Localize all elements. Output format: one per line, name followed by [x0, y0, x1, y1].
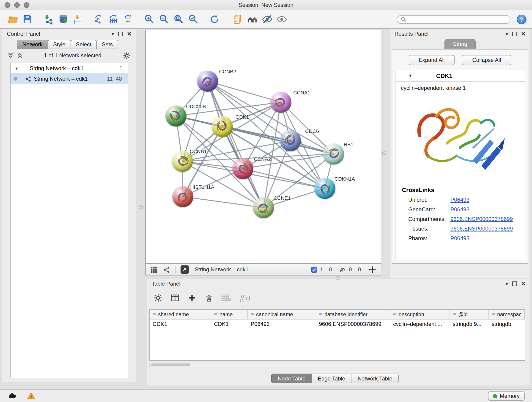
memory-button[interactable]: Memory	[488, 391, 525, 401]
network-node-cdc25b[interactable]	[165, 105, 186, 127]
tab-network[interactable]: Network	[17, 40, 48, 49]
close-panel-icon[interactable]: ✕	[521, 31, 526, 37]
network-node-ccnb2[interactable]	[197, 70, 218, 92]
table-cell[interactable]: CDK1	[150, 321, 211, 327]
crosslink-value[interactable]: P06493	[450, 206, 469, 213]
table-cell[interactable]: stringdb	[489, 321, 525, 327]
new-network-from-table-button[interactable]	[106, 12, 121, 27]
network-node-ccna2[interactable]	[232, 158, 253, 179]
crosslink-value[interactable]: P06493	[450, 197, 469, 203]
selected-checkbox-icon[interactable]	[311, 267, 317, 273]
crosslink-value[interactable]: 9606.ENSP00000378699	[450, 216, 513, 222]
zoom-in-button[interactable]	[142, 12, 157, 27]
gear-icon[interactable]	[153, 293, 163, 303]
show-all-panels-button[interactable]	[245, 12, 260, 27]
zoom-selected-button[interactable]	[186, 12, 201, 27]
tab-sets[interactable]: Sets	[96, 40, 118, 49]
gear-icon[interactable]	[123, 51, 131, 59]
warning-button[interactable]	[27, 391, 36, 400]
expand-all-button[interactable]: Expand All	[409, 55, 455, 65]
show-panel-button[interactable]	[274, 12, 289, 27]
collapse-caret-icon[interactable]: ▼	[408, 73, 412, 78]
panel-menu-icon[interactable]: ▾	[112, 32, 114, 36]
table-cell[interactable]: stringdb:9...	[450, 321, 489, 327]
table-cell[interactable]: 9606.ENSP00000378699	[316, 321, 390, 327]
table-row[interactable]: CDK1CDK1P064939606.ENSP00000378699cyclin…	[150, 319, 525, 328]
table-horizontal-scrollbar[interactable]	[149, 363, 525, 367]
close-panel-icon[interactable]: ✕	[127, 31, 132, 37]
save-session-button[interactable]	[20, 12, 35, 27]
float-panel-icon[interactable]	[118, 32, 123, 36]
column-header-database-identifier[interactable]: database identifier	[316, 310, 390, 319]
float-panel-icon[interactable]	[512, 32, 517, 36]
search-box[interactable]	[397, 15, 510, 24]
new-network-from-selection-button[interactable]	[92, 12, 106, 27]
column-header-description[interactable]: description	[390, 310, 450, 319]
import-network-file-button[interactable]	[41, 12, 56, 27]
network-node-ccna1[interactable]	[270, 92, 291, 113]
open-session-button[interactable]	[6, 12, 20, 27]
tab-network-table[interactable]: Network Table	[351, 374, 399, 383]
close-panel-icon[interactable]: ✕	[521, 281, 526, 287]
network-share-icon[interactable]	[163, 266, 170, 273]
tab-edge-table[interactable]: Edge Table	[311, 374, 352, 383]
collapse-all-icon[interactable]	[8, 52, 13, 59]
scrollbar-thumb[interactable]	[151, 364, 190, 366]
network-collection-row[interactable]: ▼ String Network – cdk1 1	[11, 63, 128, 73]
crosslink-value[interactable]: 9606.ENSP00000378699	[450, 225, 513, 232]
tab-style[interactable]: Style	[48, 40, 71, 49]
network-node-cdkn1a[interactable]	[314, 178, 336, 199]
table-cell[interactable]: cyclin–dependent ...	[390, 321, 450, 327]
tab-string[interactable]: String	[445, 39, 476, 49]
float-panel-icon[interactable]	[512, 281, 517, 286]
import-table-button[interactable]	[70, 12, 85, 27]
tree-expand-icon[interactable]: ▼	[15, 66, 20, 70]
table-cell[interactable]: P06493	[248, 321, 316, 327]
pan-crosshair-icon[interactable]	[368, 266, 376, 274]
hide-panel-button[interactable]	[260, 12, 274, 27]
open-in-new-window-button[interactable]	[181, 265, 189, 274]
delete-icon[interactable]	[204, 293, 214, 303]
columns-icon[interactable]	[171, 293, 180, 303]
duplicate-network-button[interactable]	[230, 12, 245, 27]
column-header-name[interactable]: name	[211, 310, 248, 319]
search-input[interactable]	[409, 16, 507, 22]
column-header-namespac[interactable]: namespac	[489, 310, 525, 319]
tab-select[interactable]: Select	[70, 40, 97, 49]
column-header-shared-name[interactable]: shared name	[150, 310, 211, 319]
table-cell[interactable]: CDK1	[211, 321, 248, 327]
crosslink-value[interactable]: P06493	[450, 235, 469, 242]
network-node-ccne1[interactable]	[253, 197, 274, 218]
network-canvas[interactable]: CCNB2CCNA1CDC25BCDK1CDC6RB1CCNB1CCNA2CDK…	[145, 30, 381, 264]
expand-all-icon[interactable]	[17, 52, 22, 59]
column-header-id[interactable]: @id	[450, 310, 489, 319]
splitter-handle[interactable]	[139, 205, 143, 210]
network-row-selected[interactable]: String Network – cdk1 11 48	[11, 73, 128, 84]
column-header-canonical-name[interactable]: canonical name	[248, 310, 316, 319]
export-network-image-button[interactable]	[121, 12, 136, 27]
panel-menu-icon[interactable]: ▾	[506, 281, 508, 286]
splitter-handle[interactable]	[382, 151, 386, 155]
help-button[interactable]: ?	[517, 14, 526, 24]
network-node-cdk1[interactable]	[212, 116, 233, 137]
birdseye-grid-icon[interactable]	[150, 266, 157, 273]
minimize-window-button[interactable]	[14, 2, 20, 8]
close-window-button[interactable]	[5, 2, 10, 8]
zoom-fit-button[interactable]	[171, 12, 186, 27]
gene-card-header[interactable]: ▼ CDK1	[395, 70, 525, 82]
splitter-handle[interactable]	[336, 276, 340, 280]
function-builder-button[interactable]: f(x)	[240, 294, 250, 302]
tab-node-table[interactable]: Node Table	[271, 374, 312, 383]
network-node-cdc6[interactable]	[280, 130, 301, 151]
import-network-database-button[interactable]	[56, 12, 70, 27]
maximize-window-button[interactable]	[24, 2, 29, 8]
hidden-eye-slash-icon[interactable]	[339, 267, 346, 273]
cloud-button[interactable]	[7, 391, 17, 400]
apply-layout-button[interactable]	[207, 12, 222, 27]
network-node-rb1[interactable]	[323, 143, 344, 165]
delete-table-icon-disabled[interactable]	[221, 293, 232, 303]
collapse-all-button[interactable]: Collapse All	[462, 55, 511, 65]
add-icon[interactable]	[187, 293, 196, 303]
panel-menu-icon[interactable]: ▾	[506, 32, 508, 36]
zoom-out-button[interactable]	[157, 12, 171, 27]
